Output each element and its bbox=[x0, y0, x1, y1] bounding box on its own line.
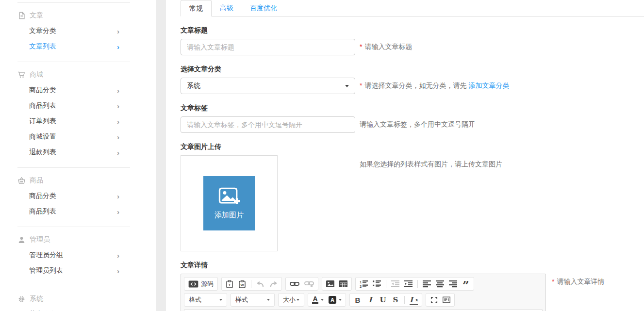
toolbar-group-paragraph: 1 2 bbox=[355, 277, 474, 291]
article-title-input[interactable] bbox=[181, 39, 355, 55]
redo-button[interactable] bbox=[269, 279, 278, 288]
sidebar-item-label: 商品分类 bbox=[29, 86, 56, 95]
sidebar-section-admin: 管理员 管理员分组 › 管理员列表 › bbox=[0, 227, 156, 286]
maximize-button[interactable] bbox=[430, 295, 438, 304]
add-image-button[interactable]: 添加图片 bbox=[203, 176, 255, 230]
sidebar-item-label: 退款列表 bbox=[29, 148, 56, 157]
sidebar-item-mall-settings[interactable]: 商城设置 › bbox=[0, 129, 156, 145]
required-asterisk: * bbox=[360, 43, 362, 50]
field-article-image: 文章图片上传 添加图片 如果您选择的列表样 bbox=[181, 143, 644, 251]
sidebar-group-article: 文章 bbox=[0, 8, 156, 23]
undo-icon bbox=[256, 281, 264, 287]
numbered-list-button[interactable]: 1 2 bbox=[360, 279, 368, 288]
insert-image-button[interactable] bbox=[326, 279, 334, 288]
styles-select[interactable]: 样式 bbox=[231, 293, 275, 307]
sidebar-item-goods-categories[interactable]: 商品分类 › bbox=[0, 82, 156, 98]
undo-button[interactable] bbox=[256, 279, 264, 288]
toolbar-group-tools bbox=[426, 293, 455, 307]
sidebar-item-product-categories[interactable]: 商品分类 › bbox=[0, 188, 156, 204]
image-plus-icon bbox=[218, 187, 240, 206]
field-hint: *请选择文章分类，如无分类，请先添加文章分类 bbox=[360, 82, 509, 90]
chevron-right-icon: › bbox=[117, 102, 119, 110]
unlink-icon bbox=[304, 281, 314, 287]
editor-toolbar-row-1: 源码 T bbox=[184, 277, 543, 291]
article-category-select[interactable]: 系统 bbox=[181, 78, 355, 94]
bold-button[interactable]: B bbox=[354, 295, 362, 304]
align-center-button[interactable] bbox=[436, 279, 444, 288]
tab-baidu-seo[interactable]: 百度优化 bbox=[242, 0, 285, 16]
gear-icon bbox=[17, 295, 26, 303]
field-article-title: 文章标题 *请输入文章标题 bbox=[181, 26, 644, 55]
svg-text:2: 2 bbox=[360, 284, 362, 288]
sidebar-section-system: 系统 基本信息 › bbox=[0, 286, 156, 311]
sidebar-item-goods-list[interactable]: 商品列表 › bbox=[0, 98, 156, 114]
file-text-icon bbox=[17, 12, 26, 20]
divider bbox=[17, 227, 130, 227]
size-select[interactable]: 大小 bbox=[278, 293, 304, 307]
chevron-right-icon: › bbox=[117, 86, 119, 95]
editor-content-area[interactable] bbox=[184, 309, 543, 311]
align-left-button[interactable] bbox=[423, 279, 431, 288]
tab-general[interactable]: 常规 bbox=[181, 0, 212, 16]
unlink-button[interactable] bbox=[304, 279, 314, 288]
sidebar-item-order-list[interactable]: 订单列表 › bbox=[0, 114, 156, 129]
format-select-label: 格式 bbox=[189, 295, 201, 304]
tab-advanced[interactable]: 高级 bbox=[212, 0, 242, 16]
background-color-button[interactable]: A bbox=[329, 295, 342, 304]
show-blocks-icon bbox=[443, 296, 450, 303]
sidebar-item-product-list[interactable]: 商品列表 › bbox=[0, 204, 156, 219]
chevron-right-icon: › bbox=[117, 133, 119, 141]
sidebar-item-basic-info[interactable]: 基本信息 › bbox=[0, 307, 156, 311]
sidebar-item-article-list[interactable]: 文章列表 › bbox=[0, 39, 156, 54]
underline-button[interactable]: U bbox=[379, 295, 387, 304]
hint-text: 请输入文章详情 bbox=[557, 278, 604, 285]
sidebar-item-admin-groups[interactable]: 管理员分组 › bbox=[0, 247, 156, 263]
required-asterisk: * bbox=[360, 82, 362, 89]
user-icon bbox=[17, 236, 26, 244]
bulleted-list-button[interactable] bbox=[373, 279, 381, 288]
outdent-button[interactable] bbox=[391, 279, 399, 288]
sidebar-item-admin-list[interactable]: 管理员列表 › bbox=[0, 263, 156, 278]
sidebar: 文章 文章分类 › 文章列表 › 商城 商品分类 › bbox=[0, 0, 156, 311]
format-select[interactable]: 格式 bbox=[184, 293, 227, 307]
paste-text-icon: T bbox=[226, 280, 233, 288]
remove-format-sub: x bbox=[415, 296, 418, 303]
toolbar-separator bbox=[417, 280, 418, 288]
indent-icon bbox=[404, 280, 413, 288]
insert-table-button[interactable] bbox=[339, 279, 347, 288]
size-select-label: 大小 bbox=[283, 295, 296, 304]
svg-text:W: W bbox=[240, 283, 244, 287]
source-code-icon bbox=[188, 280, 198, 288]
redo-icon bbox=[269, 281, 278, 287]
sidebar-item-label: 商品分类 bbox=[29, 192, 56, 200]
strikethrough-button[interactable]: S bbox=[392, 295, 399, 304]
image-upload-dropzone[interactable]: 添加图片 bbox=[181, 155, 278, 251]
indent-button[interactable] bbox=[404, 279, 413, 288]
italic-button[interactable]: I bbox=[366, 295, 374, 304]
link-icon bbox=[290, 281, 299, 287]
paste-word-button[interactable]: W bbox=[238, 279, 246, 288]
toolbar-separator bbox=[404, 296, 405, 304]
blockquote-button[interactable]: ” bbox=[462, 278, 470, 290]
remove-format-button[interactable]: Ix bbox=[410, 295, 418, 305]
tab-bar: 常规 高级 百度优化 bbox=[181, 0, 644, 16]
sidebar-item-article-categories[interactable]: 文章分类 › bbox=[0, 23, 156, 39]
align-center-icon bbox=[436, 280, 444, 288]
align-right-button[interactable] bbox=[449, 279, 457, 288]
sidebar-scrollbar[interactable] bbox=[156, 0, 166, 311]
source-code-button[interactable]: 源码 bbox=[188, 279, 214, 288]
add-image-label: 添加图片 bbox=[215, 211, 244, 220]
chevron-right-icon: › bbox=[117, 208, 119, 216]
text-color-icon: A bbox=[312, 296, 318, 304]
add-category-link[interactable]: 添加文章分类 bbox=[468, 82, 509, 89]
link-button[interactable] bbox=[290, 279, 299, 288]
divider bbox=[17, 167, 130, 168]
sidebar-item-refund-list[interactable]: 退款列表 › bbox=[0, 145, 156, 160]
chevron-right-icon: › bbox=[117, 27, 119, 35]
paste-text-button[interactable]: T bbox=[226, 279, 233, 288]
article-tags-input[interactable] bbox=[181, 116, 355, 133]
chevron-right-icon: › bbox=[117, 117, 119, 126]
text-color-button[interactable]: A bbox=[312, 295, 324, 304]
sidebar-item-label: 商品列表 bbox=[29, 101, 56, 110]
show-blocks-button[interactable] bbox=[443, 295, 450, 304]
